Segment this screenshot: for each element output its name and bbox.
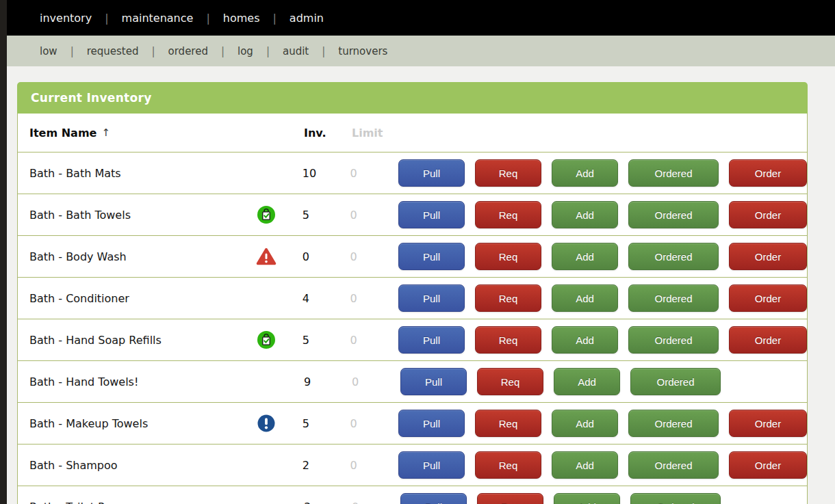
topnav-item-maintenance[interactable]: maintenance [122,12,194,25]
ordered-button[interactable]: Ordered [628,243,719,270]
add-button[interactable]: Add [554,493,620,504]
add-button[interactable]: Add [554,368,620,395]
inventory-count: 3 [292,501,352,504]
ordered-button[interactable]: Ordered [630,368,721,395]
table-row: Bath - Bath Mats 10 0 PullReqAddOrderedO… [18,152,807,194]
pull-button[interactable]: Pull [398,410,465,437]
req-button[interactable]: Req [475,159,541,187]
primary-nav: inventory|maintenance|homes|admin [7,0,835,36]
row-actions: PullReqAddOrderedOrder [398,284,807,312]
table-body: Bath - Bath Mats 10 0 PullReqAddOrderedO… [18,152,807,504]
nav-separator: | [70,45,74,57]
limit-header: Limit [352,127,400,140]
page-content: Current Inventory Item Name ↑ Inv. Limit… [7,66,835,504]
req-button[interactable]: Req [475,243,541,270]
item-name: Bath - Makeup Towels [18,417,242,430]
topnav-item-homes[interactable]: homes [223,12,260,25]
req-button[interactable]: Req [477,368,543,395]
pull-button[interactable]: Pull [400,368,467,395]
item-name-header[interactable]: Item Name ↑ [18,127,244,140]
nav-separator: | [266,45,270,57]
subnav-item-requested[interactable]: requested [87,45,139,57]
order-button[interactable]: Order [729,284,807,312]
add-button[interactable]: Add [552,159,618,187]
item-name: Bath - Bath Towels [18,209,242,222]
subnav-item-turnovers[interactable]: turnovers [338,45,387,57]
order-button[interactable]: Order [729,410,807,437]
current-inventory-panel: Current Inventory Item Name ↑ Inv. Limit… [17,82,808,504]
inventory-count: 10 [290,167,350,180]
req-button[interactable]: Req [477,493,543,504]
inventory-count: 9 [292,375,352,388]
nav-separator: | [322,45,325,57]
pull-button[interactable]: Pull [398,284,465,312]
item-name: Bath - Hand Towels! [18,375,244,388]
subnav-item-log[interactable]: log [237,45,253,57]
ordered-button[interactable]: Ordered [628,410,719,437]
ordered-button[interactable]: Ordered [628,159,719,187]
app-root: inventory|maintenance|homes|admin low|re… [7,0,835,504]
table-row: Bath - Body Wash 0 0 PullReqAddOrderedOr… [18,236,807,278]
add-button[interactable]: Add [552,451,618,479]
pull-button[interactable]: Pull [398,201,465,228]
table-row: Bath - Hand Towels! 9 0 PullReqAddOrdere… [18,361,807,403]
order-button[interactable]: Order [729,201,807,228]
nav-separator: | [151,45,155,57]
inv-header: Inv. [292,127,352,140]
nav-separator: | [221,45,224,57]
limit-value: 0 [350,459,398,472]
order-button[interactable]: Order [729,159,807,187]
topnav-item-inventory[interactable]: inventory [40,12,92,25]
req-button[interactable]: Req [475,451,541,479]
add-button[interactable]: Add [552,326,618,354]
bag-check-icon [242,330,290,349]
add-button[interactable]: Add [552,284,618,312]
row-actions: PullReqAddOrderedOrder [398,159,807,187]
inventory-count: 5 [290,417,350,430]
limit-value: 0 [352,375,400,388]
ordered-button[interactable]: Ordered [630,493,721,504]
subnav-item-ordered[interactable]: ordered [168,45,208,57]
add-button[interactable]: Add [552,201,618,228]
row-actions: PullReqAddOrderedOrder [398,201,807,228]
pull-button[interactable]: Pull [398,326,465,354]
panel-title: Current Inventory [17,82,808,114]
item-name-header-label: Item Name [29,127,97,140]
limit-value: 0 [350,417,398,430]
row-actions: PullReqAddOrdered [400,368,807,395]
req-button[interactable]: Req [475,410,541,437]
item-name: Bath - Toilet Paper [18,501,244,504]
topnav-item-admin[interactable]: admin [290,12,324,25]
limit-value: 0 [350,250,398,263]
pull-button[interactable]: Pull [398,159,465,187]
row-actions: PullReqAddOrdered [400,493,807,504]
order-button[interactable]: Order [729,243,807,270]
pull-button[interactable]: Pull [398,243,465,270]
ordered-button[interactable]: Ordered [628,451,719,479]
nav-separator: | [206,12,209,25]
add-button[interactable]: Add [552,410,618,437]
inventory-count: 4 [290,292,350,305]
item-name: Bath - Bath Mats [18,167,242,180]
table-row: Bath - Shampoo 2 0 PullReqAddOrderedOrde… [18,445,807,486]
pull-button[interactable]: Pull [398,451,465,479]
subnav-item-low[interactable]: low [40,45,57,57]
order-button[interactable]: Order [729,326,807,354]
ordered-button[interactable]: Ordered [628,326,719,354]
table-row: Bath - Toilet Paper 3 0 PullReqAddOrdere… [18,486,807,504]
order-button[interactable]: Order [729,451,807,479]
subnav-item-audit[interactable]: audit [283,45,309,57]
req-button[interactable]: Req [475,284,541,312]
ordered-button[interactable]: Ordered [628,284,719,312]
add-button[interactable]: Add [552,243,618,270]
limit-value: 0 [350,209,398,222]
table-row: Bath - Makeup Towels 5 0 PullReqAddOrder… [18,403,807,445]
inventory-count: 5 [290,334,350,347]
item-name: Bath - Shampoo [18,459,242,472]
pull-button[interactable]: Pull [400,493,467,504]
ordered-button[interactable]: Ordered [628,201,719,228]
req-button[interactable]: Req [475,201,541,228]
req-button[interactable]: Req [475,326,541,354]
row-actions: PullReqAddOrderedOrder [398,243,807,270]
limit-value: 0 [350,167,398,180]
